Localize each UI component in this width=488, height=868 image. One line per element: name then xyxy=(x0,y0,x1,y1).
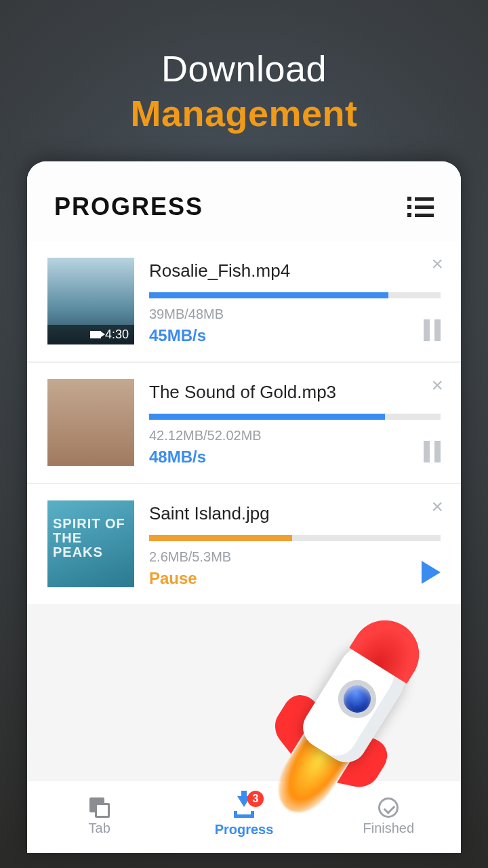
hero-line-2: Management xyxy=(0,92,488,134)
progress-fill xyxy=(149,414,385,420)
close-icon[interactable]: × xyxy=(431,254,443,274)
thumbnail-text: SPIRIT OF THE PEAKS xyxy=(53,517,129,559)
badge-count: 3 xyxy=(247,791,264,807)
progress-card: PROGRESS 4:30 Rosalie_Fish.mp4 39MB/48MB… xyxy=(27,161,461,853)
download-list: 4:30 Rosalie_Fish.mp4 39MB/48MB 45MB/s ×… xyxy=(27,241,461,780)
nav-label: Tab xyxy=(89,821,110,836)
card-header: PROGRESS xyxy=(27,161,461,241)
speed-text: 48MB/s xyxy=(149,448,441,467)
progress-fill xyxy=(149,292,388,298)
download-item: SPIRIT OF THE PEAKS Saint Island.jpg 2.6… xyxy=(27,483,461,604)
hero-line-1: Download xyxy=(0,47,488,90)
pause-icon xyxy=(424,441,441,462)
nav-label: Progress xyxy=(215,822,274,837)
thumbnail[interactable]: 4:30 xyxy=(47,258,134,344)
resume-button[interactable] xyxy=(422,561,441,584)
bottom-nav: Tab 3 Progress Finished xyxy=(27,780,461,853)
close-icon[interactable]: × xyxy=(431,375,443,395)
check-icon xyxy=(378,797,399,818)
filename: Rosalie_Fish.mp4 xyxy=(149,260,441,281)
nav-tab[interactable]: Tab xyxy=(27,781,171,853)
progress-bar[interactable] xyxy=(149,292,441,298)
pause-button[interactable] xyxy=(424,441,441,462)
video-icon xyxy=(90,331,101,338)
pause-icon xyxy=(424,319,441,341)
play-icon xyxy=(422,561,441,584)
progress-bar[interactable] xyxy=(149,535,441,541)
progress-fill xyxy=(149,535,292,541)
nav-progress[interactable]: 3 Progress xyxy=(171,781,316,853)
nav-finished[interactable]: Finished xyxy=(317,781,461,853)
thumbnail[interactable]: SPIRIT OF THE PEAKS xyxy=(47,500,134,587)
filename: The Sound of Gold.mp3 xyxy=(149,382,441,403)
nav-label: Finished xyxy=(363,821,415,836)
hero-banner: Download Management xyxy=(0,0,488,161)
size-text: 39MB/48MB xyxy=(149,307,441,322)
filename: Saint Island.jpg xyxy=(149,503,441,524)
speed-text: 45MB/s xyxy=(149,326,441,345)
video-badge: 4:30 xyxy=(47,325,134,344)
size-text: 2.6MB/5.3MB xyxy=(149,549,441,565)
tabs-icon xyxy=(89,797,110,818)
list-view-icon[interactable] xyxy=(407,197,434,217)
progress-bar[interactable] xyxy=(149,414,441,420)
page-title: PROGRESS xyxy=(54,193,203,221)
pause-button[interactable] xyxy=(424,319,441,341)
close-icon[interactable]: × xyxy=(431,496,443,517)
video-duration: 4:30 xyxy=(105,328,129,342)
download-item: 4:30 Rosalie_Fish.mp4 39MB/48MB 45MB/s × xyxy=(27,241,461,361)
download-icon: 3 xyxy=(232,796,256,819)
thumbnail[interactable] xyxy=(47,379,134,466)
status-text: Pause xyxy=(149,569,441,588)
size-text: 42.12MB/52.02MB xyxy=(149,428,441,443)
download-item: The Sound of Gold.mp3 42.12MB/52.02MB 48… xyxy=(27,361,461,483)
